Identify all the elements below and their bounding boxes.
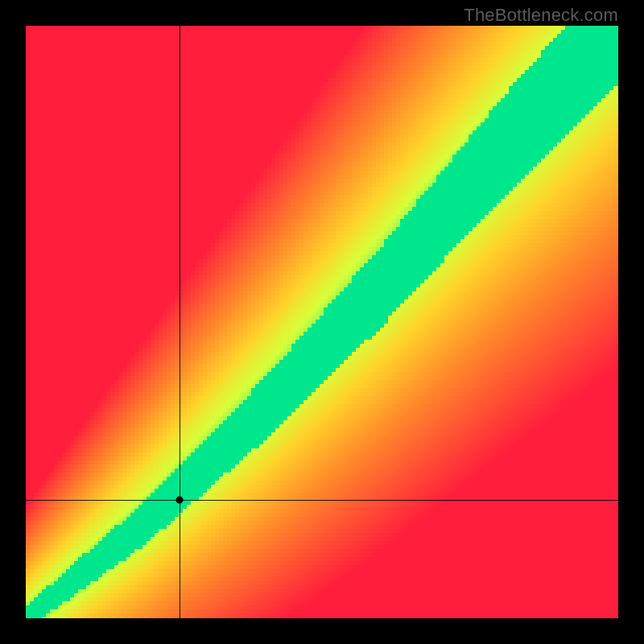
crosshair-vertical xyxy=(180,26,180,618)
heatmap-canvas xyxy=(26,26,618,618)
marker-dot xyxy=(176,496,184,503)
crosshair-horizontal xyxy=(26,500,618,501)
chart-container: TheBottleneck.com xyxy=(0,0,644,644)
plot-area xyxy=(26,26,618,618)
watermark-text: TheBottleneck.com xyxy=(464,5,618,26)
